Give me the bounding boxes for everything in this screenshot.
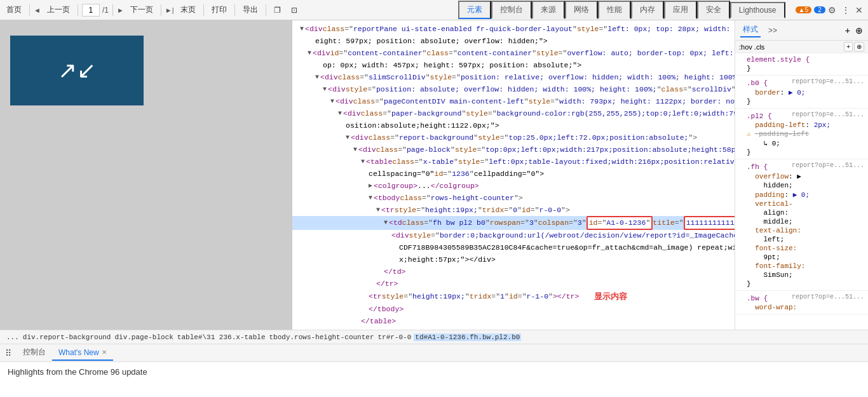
style-rule-fh: report?op=e...51... .fh { overflow: ▶ hi… — [735, 159, 868, 291]
style-prop-line: vertical- — [739, 199, 864, 208]
triangle-icon[interactable] — [369, 181, 372, 191]
style-prop-line: SimSun; — [739, 271, 864, 279]
style-source: report?op=e...51... — [792, 78, 864, 85]
triangle-icon[interactable] — [376, 205, 380, 215]
triangle-icon[interactable] — [369, 193, 372, 203]
settings-btn[interactable]: ⚙ — [825, 4, 839, 17]
devtools-panel: <div class="reportPane ui-state-enabled … — [292, 20, 735, 330]
tree-line: eight: 597px; position: absolute; overfl… — [292, 35, 735, 47]
style-rule-b0: report?op=e...51... .b0 { border: ▶ 0; } — [735, 76, 868, 109]
triangle-icon[interactable] — [346, 133, 349, 143]
tree-line: <colgroup>...</colgroup> — [292, 180, 735, 192]
html-tree: <div class="reportPane ui-state-enabled … — [292, 20, 735, 330]
style-close-line: } — [739, 279, 864, 288]
triangle-icon[interactable] — [315, 72, 319, 83]
first-page-btn[interactable]: 首页 — [3, 3, 25, 17]
breadcrumb-item[interactable]: div.page-block — [113, 333, 174, 341]
tree-line: <div class="slimScrollDiv" style="positi… — [292, 71, 735, 83]
prev-page-btn[interactable]: 上一页 — [43, 3, 74, 17]
tab-console[interactable]: 控制台 — [491, 1, 532, 19]
triangle-icon[interactable] — [308, 48, 311, 58]
breadcrumb-item-selected[interactable]: td#A1-0-1236.fh.bw.pl2.b0 — [414, 333, 521, 341]
style-selector-line: element.style { — [739, 55, 864, 64]
tab-network[interactable]: 网络 — [565, 1, 598, 19]
style-prop-strikethrough-line: ⚠ padding-left — [739, 130, 864, 138]
breadcrumb-item[interactable]: ... — [5, 333, 20, 341]
triangle-icon[interactable] — [323, 84, 327, 95]
styles-panel: 样式 >> + ⊕ + ⊕ element.style { } report?o… — [735, 20, 868, 330]
tree-line: </tr> — [292, 278, 735, 290]
left-panel: ↗ ↙ — [0, 20, 292, 330]
style-source: report?op=e...51... — [792, 162, 864, 169]
style-rule-pl2: report?op=e...51... .pl2 { padding-left:… — [735, 109, 868, 159]
tab-performance[interactable]: 性能 — [598, 1, 631, 19]
tree-line: <div id="content-container" class="conte… — [292, 47, 735, 59]
tree-line: </tbody> — [292, 303, 735, 315]
tab-console-bottom[interactable]: 控制台 — [17, 344, 52, 361]
filter-plus-btn[interactable]: + — [844, 42, 853, 51]
annotation-display-content: 显示内容 — [594, 290, 627, 303]
style-prop-line: 9pt; — [739, 253, 864, 262]
expand-btn[interactable]: ⊡ — [287, 4, 301, 16]
breadcrumb-item[interactable]: table#\31 236.x-table — [176, 333, 267, 341]
styles-filter-input[interactable] — [739, 43, 803, 51]
tab-elements[interactable]: 元素 — [458, 1, 491, 19]
style-prop-line: font-family: — [739, 262, 864, 271]
styles-tab[interactable]: 样式 — [740, 23, 761, 37]
tree-line: osition:absolute;height:1122.0px;"> — [292, 119, 735, 131]
toolbar-sep-7 — [266, 4, 266, 16]
style-prop-line: padding-left: 2px; — [739, 121, 864, 130]
breadcrumb-item[interactable]: tbody.rows-height-counter — [268, 333, 375, 341]
report-preview-inner: ↗ ↙ — [10, 36, 144, 105]
close-devtools-btn[interactable]: ✕ — [853, 4, 865, 17]
style-prop-line: overflow: ▶ — [739, 172, 864, 181]
triangle-icon[interactable] — [361, 157, 365, 167]
close-tab-btn[interactable]: ✕ — [102, 349, 107, 356]
triangle-icon[interactable] — [353, 145, 357, 155]
tree-line: <div class="pageContentDIV main-content-… — [292, 95, 735, 107]
element-state-btn[interactable]: ⊕ — [855, 25, 863, 36]
toolbar-sep-1 — [29, 4, 30, 16]
styles-tab-more[interactable]: >> — [766, 25, 780, 36]
export-btn[interactable]: 导出 — [239, 3, 262, 17]
tree-line: <div style="position: absolute; overflow… — [292, 83, 735, 95]
tree-line: cellspacing="0" id="1236" cellpadding="0… — [292, 168, 735, 180]
tab-lighthouse[interactable]: Lighthouse — [730, 2, 785, 18]
next-page-btn[interactable]: 下一页 — [126, 3, 157, 17]
styles-panel-header: 样式 >> + ⊕ — [735, 20, 868, 41]
triangle-icon[interactable] — [300, 24, 304, 34]
tab-memory[interactable]: 内存 — [631, 1, 664, 19]
console-content: Highlights from the Chrome 96 update — [0, 361, 868, 397]
triangle-icon[interactable] — [384, 218, 388, 228]
style-prop-line: left; — [739, 235, 864, 244]
triangle-icon[interactable] — [338, 109, 342, 119]
title-highlight-box: 111111111111111111111111111111111111 — [684, 216, 735, 230]
tab-security[interactable]: 安全 — [697, 1, 730, 19]
filter-plus2-btn[interactable]: ⊕ — [854, 42, 864, 51]
expand-arrows-icon: ↗ — [58, 57, 77, 84]
breadcrumb-item[interactable]: tr#r-0-0 — [377, 333, 413, 341]
style-prop-line: hidden; — [739, 181, 864, 190]
page-number-input[interactable]: 1 — [82, 4, 100, 17]
tab-application[interactable]: 应用 — [664, 1, 697, 19]
add-style-btn[interactable]: + — [845, 25, 850, 36]
drag-handle-icon[interactable]: ⠿ — [5, 348, 11, 358]
tab-sources[interactable]: 来源 — [532, 1, 565, 19]
toolbar-sep-2 — [78, 4, 78, 16]
style-prop-line: align: — [739, 208, 864, 217]
tree-line-selected[interactable]: <td class="fh bw pl2 b0" rowspan="3" col… — [292, 216, 735, 230]
more-btn[interactable]: ⋮ — [839, 4, 853, 17]
tree-line: <tbody class="rows-height-counter"> — [292, 192, 735, 204]
copy-btn[interactable]: ❐ — [270, 4, 285, 16]
tree-line: <div class="page-block" style="top:0px;l… — [292, 144, 735, 156]
top-toolbar: 首页 ◄ 上一页 1 /1 ► 下一页 ►| 末页 打印 导出 ❐ ⊡ 元素 控… — [0, 0, 868, 20]
print-btn[interactable]: 打印 — [208, 3, 231, 17]
last-page-btn[interactable]: 末页 — [177, 3, 200, 17]
breadcrumb-item[interactable]: div.report-background — [22, 333, 112, 341]
tab-whats-new[interactable]: What's New ✕ — [52, 346, 113, 361]
tree-line: </table> — [292, 315, 735, 327]
triangle-icon[interactable] — [330, 97, 334, 107]
style-prop-line: border: ▶ 0; — [739, 88, 864, 97]
highlights-text: Highlights from the Chrome 96 update — [8, 367, 147, 377]
tree-line: <tr style="height:19px;" tridx="0" id="r… — [292, 204, 735, 216]
